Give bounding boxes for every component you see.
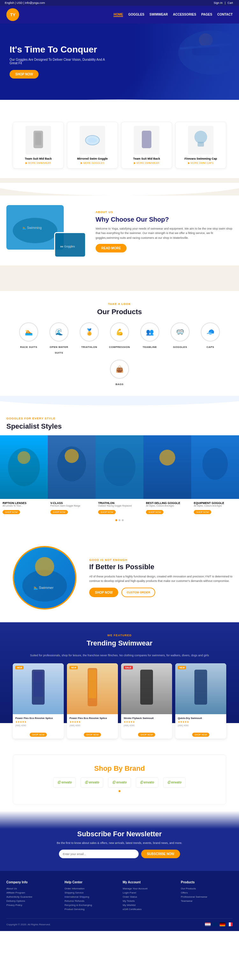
trend-3-shop-button[interactable]: SHOP NOW (138, 733, 156, 737)
good-circle-image: 🏊 Swimmer (13, 546, 77, 609)
brand-logo-2[interactable]: Ⓔ envato (81, 778, 103, 788)
footer-delivery-link[interactable]: Delivery Options (6, 900, 58, 902)
product-1-link[interactable]: ▶ MORE SWIMWEAR (17, 162, 59, 164)
cart-link[interactable]: Cart (228, 1, 233, 5)
style-card-1-info: RIPTION LENSES All Lenses To Your... SHO… (0, 499, 48, 517)
svg-point-8 (88, 138, 97, 143)
footer-wishlist-link[interactable]: My Wishlist (123, 904, 175, 907)
style-2-shop-button[interactable]: SHOP NOW (50, 510, 68, 514)
footer-intl-shipping-link[interactable]: International Shipping (65, 896, 117, 898)
brand-1-label: Ⓔ envato (57, 781, 72, 784)
footer-returns-link[interactable]: Returns/ Refunds (65, 900, 117, 902)
blue-wave-divider (0, 396, 239, 406)
style-3-shop-button[interactable]: SHOP NOW (98, 510, 115, 514)
nav-links: HOME GOGGLES SWIMWEAR ACCESSORIES PAGES … (114, 13, 233, 17)
footer-order-status-link[interactable]: Order Status (123, 896, 175, 898)
featured-products-grid: Team Suit Mid Back ▶ MORE SWIMWEAR Mirro… (6, 122, 233, 169)
style-1-name: RIPTION LENSES (3, 501, 45, 504)
footer-egift-link[interactable]: eGift Certificates (123, 908, 175, 911)
cat-open-water[interactable]: 🌊 OPEN WATER SUITS (46, 323, 72, 355)
brand-5-label: Ⓔ envato (167, 781, 182, 784)
svg-point-19 (18, 451, 30, 464)
footer-company-title: Company Info (6, 880, 58, 884)
dot-1[interactable] (115, 519, 117, 521)
nav-home[interactable]: HOME (114, 13, 123, 17)
footer-shipping-link[interactable]: Shipping Service (65, 891, 117, 894)
trend-1-shop-button[interactable]: SHOP NOW (30, 733, 47, 737)
trend-4-info: Quick-Dry Swimsuit ★★★★★ (484) 4090 (175, 714, 226, 729)
brand-logo-1[interactable]: Ⓔ envato (53, 778, 76, 788)
nav-logo[interactable]: TY (6, 8, 19, 21)
brand-logo-5[interactable]: Ⓔ envato (163, 778, 186, 788)
flag-fr[interactable] (227, 923, 233, 926)
trend-2-shop-button[interactable]: SHOP NOW (84, 733, 101, 737)
style-1-shop-button[interactable]: SHOP NOW (3, 510, 20, 514)
specialist-section: GOGGLES FOR EVERY STYLE Specialist Style… (0, 406, 239, 533)
language-selector[interactable]: English (5, 1, 14, 5)
nav-contact[interactable]: CONTACT (217, 13, 233, 17)
footer-login-link[interactable]: Login Panel (123, 891, 175, 894)
cat-race-suits-icon: 🏊 (19, 323, 38, 342)
about-image-container: 🏊 Swimming 🥽 Goggles (6, 205, 89, 256)
cat-triathlon[interactable]: 🏅 TRIATHLON (77, 323, 102, 355)
email-display: info@yoga.com (25, 1, 45, 5)
product-2-name: Mirrored Swim Goggle (71, 157, 114, 160)
product-2-link[interactable]: ▶ MORE GOGGLES (71, 162, 114, 164)
brand-logo-3[interactable]: Ⓔ envato (108, 778, 131, 788)
good-shop-button[interactable]: SHOP NOW (89, 588, 118, 597)
footer-servicing-link[interactable]: Product Servicing (65, 908, 117, 911)
footer-professional-swimwear-link[interactable]: Professional Swimwear (181, 896, 233, 898)
product-4-link[interactable]: ▶ MORE SWIM CAPS (180, 162, 222, 164)
trend-1-reviews: (484) 4090 (15, 724, 61, 727)
footer-offers-link[interactable]: Offers (181, 891, 233, 894)
product-3-link[interactable]: ▶ MORE SWIMWEAR (125, 162, 168, 164)
style-4-shop-button[interactable]: SHOP NOW (146, 510, 164, 514)
currency-selector[interactable]: USD (16, 1, 22, 5)
footer-our-products-link[interactable]: Our Products (181, 887, 233, 890)
nav-accessories[interactable]: ACCESSORIES (173, 13, 196, 17)
style-card-5: EQUIPMENT GOGGLE All Styles, Colours And… (191, 435, 239, 517)
cat-teamline[interactable]: 👥 TEAMLINE (137, 323, 162, 355)
trend-4-shop-button[interactable]: SHOP NOW (192, 733, 210, 737)
cat-bags[interactable]: 👜 BAGS (107, 360, 132, 387)
cat-open-water-label: OPEN WATER SUITS (50, 346, 68, 354)
cat-open-water-icon: 🌊 (50, 323, 69, 342)
footer-tickets-link[interactable]: My Tickets (123, 900, 175, 902)
good-custom-button[interactable]: CUSTOM ORDER (122, 588, 155, 597)
footer-about-us-link[interactable]: About Us (6, 887, 58, 890)
newsletter-subscribe-button[interactable]: SUBSCRIBE NOW (141, 850, 180, 858)
footer-privacy-link[interactable]: Privacy Policy (6, 904, 58, 907)
nav-pages[interactable]: PAGES (201, 13, 212, 17)
dot-2[interactable] (119, 519, 120, 521)
cat-goggles[interactable]: 🥽 GOGGLES (167, 323, 193, 355)
sign-in-link[interactable]: Sign In (214, 1, 223, 5)
about-cta-button[interactable]: READ MORE (96, 244, 127, 253)
flag-de[interactable] (220, 923, 225, 926)
brand-dot-1[interactable] (119, 790, 120, 792)
nav-swimwear[interactable]: SWIMWEAR (149, 13, 168, 17)
hero-cta-button[interactable]: SHOP NOW (10, 70, 38, 78)
footer-affiliate-link[interactable]: Affiliate Program (6, 891, 58, 894)
flag-us[interactable] (205, 923, 211, 926)
footer-flags (205, 923, 233, 926)
svg-rect-9 (142, 131, 151, 148)
newsletter-email-input[interactable] (59, 850, 139, 858)
featured-product-3: Team Suit Mid Back ▶ MORE SWIMWEAR (121, 122, 172, 169)
brand-logo-4[interactable]: Ⓔ envato (136, 778, 158, 788)
footer-order-info-link[interactable]: Order Information (65, 887, 117, 890)
footer-recycling-link[interactable]: Recycling & Exchanging (65, 904, 117, 907)
footer-manage-account-link[interactable]: Manage Your Account (123, 887, 175, 890)
footer-bottom: Copyright © 2020. All Rights Reserved. (6, 918, 233, 926)
product-4-name: Firevara Swimming Cap (180, 157, 222, 160)
cat-compression[interactable]: 💪 COMPRESSION (107, 323, 132, 355)
flag-uk[interactable] (212, 923, 218, 926)
cat-race-suits[interactable]: 🏊 RACE SUITS (16, 323, 42, 355)
nav-goggles[interactable]: GOGGLES (128, 13, 144, 17)
footer-authenticity-link[interactable]: Authenticity Guarantee (6, 896, 58, 898)
footer-teamwear-link[interactable]: Teamwear (181, 900, 233, 902)
featured-products-section: Team Suit Mid Back ▶ MORE SWIMWEAR Mirro… (0, 112, 239, 178)
dot-3[interactable] (122, 519, 124, 521)
style-5-shop-button[interactable]: SHOP NOW (194, 510, 211, 514)
wave-bottom-peach (0, 275, 239, 291)
cat-caps[interactable]: 🧢 CAPS (197, 323, 223, 355)
